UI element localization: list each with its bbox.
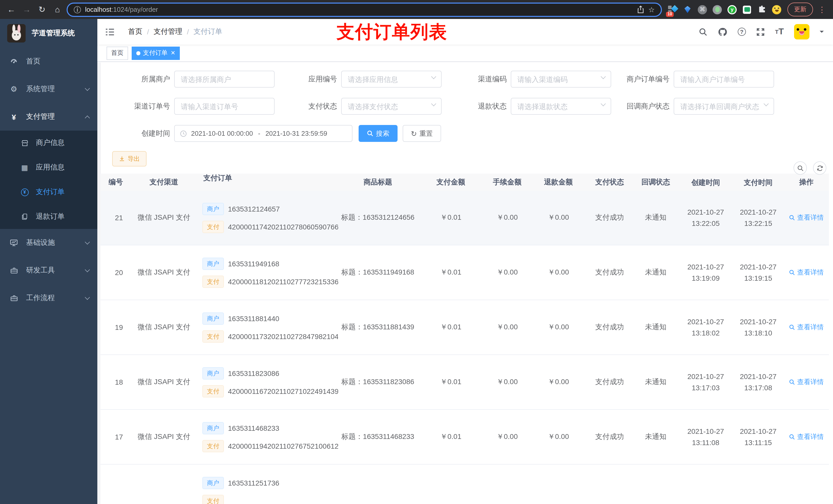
orders-table: 编号 支付渠道 支付订单 商品标题 支付金额 手续金额 退款金额 支付状态 回调…	[100, 174, 829, 504]
github-icon[interactable]	[718, 27, 728, 37]
view-detail-link[interactable]: 查看详情	[789, 213, 824, 222]
help-icon[interactable]: ?	[738, 28, 746, 36]
create-time-range-picker[interactable]: 2021-10-01 00:00:00 - 2021-10-31 23:59:5…	[174, 125, 353, 142]
filter-label: 渠道编码	[457, 74, 507, 84]
view-detail-link[interactable]: 查看详情	[789, 323, 824, 332]
merchant-order-no: 1635311468233	[228, 424, 279, 432]
yen-circle-icon: ¥	[20, 188, 30, 196]
order-id: 20	[100, 245, 125, 299]
channel-pay-no: 4200001173202110272847982104	[228, 332, 338, 340]
refund-status-select[interactable]	[511, 98, 611, 115]
table-row: 17 微信 JSAPI 支付 商户1635311468233 支付4200001…	[100, 410, 829, 464]
refund-amount: ￥0.00	[530, 245, 587, 299]
search-button[interactable]: 搜索	[359, 125, 398, 142]
pay-amount: ￥0.01	[418, 245, 484, 299]
order-numbers: 商户1635311881440 支付4200001173202110272847…	[203, 300, 338, 355]
sidebar-item-merchant-info[interactable]: 商户信息	[0, 130, 97, 155]
view-detail-link[interactable]: 查看详情	[789, 268, 824, 277]
extension-chat-icon[interactable]	[742, 5, 752, 14]
sidebar-item-refund-order[interactable]: 退款订单	[0, 205, 97, 229]
caret-down-icon[interactable]	[820, 31, 824, 35]
extension-command-icon[interactable]: ⌘	[698, 5, 707, 14]
sidebar-item-home[interactable]: 首页	[0, 48, 97, 75]
share-icon[interactable]	[638, 6, 644, 13]
briefcase-icon	[8, 267, 20, 274]
fullscreen-icon[interactable]	[756, 27, 765, 36]
extension-grid-icon[interactable]: 10	[668, 5, 677, 14]
tab-pay-order[interactable]: 支付订单 ✕	[132, 46, 180, 60]
table-row: 19 微信 JSAPI 支付 商户1635311881440 支付4200001…	[100, 300, 829, 355]
tab-home[interactable]: 首页	[106, 46, 128, 60]
download-icon	[119, 156, 125, 162]
extension-y-icon[interactable]: y	[728, 5, 737, 14]
sidebar-item-infrastructure[interactable]: 基础设施	[0, 229, 97, 257]
refresh-table-icon[interactable]	[813, 161, 826, 175]
product-title	[338, 464, 418, 504]
sidebar-item-system[interactable]: ⚙ 系统管理	[0, 75, 97, 103]
fee-amount: ￥0.00	[484, 355, 530, 409]
pay-amount: ￥0.01	[418, 355, 484, 409]
merchant-input[interactable]	[174, 71, 275, 88]
pay-badge: 支付	[203, 495, 224, 504]
channel-order-no-input[interactable]	[174, 98, 275, 115]
search-icon[interactable]	[699, 27, 708, 36]
filter-row-3: 创建时间 2021-10-01 00:00:00 - 2021-10-31 23…	[106, 125, 833, 142]
breadcrumb-home[interactable]: 首页	[128, 27, 142, 37]
address-bar[interactable]: i localhost:1024/pay/order ☆	[67, 2, 662, 17]
merchant-badge: 商户	[203, 312, 224, 325]
user-avatar[interactable]	[794, 24, 809, 40]
bookmark-star-icon[interactable]: ☆	[648, 5, 655, 14]
view-detail-link[interactable]: 查看详情	[789, 432, 824, 441]
notify-status: 未通知	[633, 355, 679, 409]
pay-status-select[interactable]	[341, 98, 442, 115]
chevron-down-icon	[85, 267, 90, 272]
table-row: 18 微信 JSAPI 支付 商户1635311823086 支付4200001…	[100, 355, 829, 410]
pay-time	[733, 464, 784, 504]
refund-amount: ￥0.00	[530, 191, 587, 245]
chevron-down-icon	[85, 86, 90, 91]
merchant-order-no-input[interactable]	[674, 71, 774, 88]
pay-time: 2021-10-2713:18:10	[733, 300, 784, 355]
home-icon[interactable]: ⌂	[51, 3, 64, 16]
export-button[interactable]: 导出	[112, 151, 146, 166]
search-icon	[789, 269, 795, 275]
sidebar-item-pay-order[interactable]: ¥ 支付订单	[0, 180, 97, 205]
shop-icon	[20, 139, 30, 147]
extension-badge: 10	[666, 11, 674, 17]
show-search-icon[interactable]	[793, 161, 807, 175]
sidebar-item-dev-tools[interactable]: 研发工具	[0, 257, 97, 284]
browser-menu-icon[interactable]: ⋮	[816, 5, 828, 14]
channel-code-select[interactable]	[511, 71, 611, 88]
sidebar-item-workflow[interactable]: 工作流程	[0, 284, 97, 312]
extension-emoji-icon[interactable]	[772, 5, 781, 14]
close-tab-icon[interactable]: ✕	[171, 50, 175, 56]
pay-status	[587, 464, 633, 504]
reset-button[interactable]: ↻ 重置	[403, 125, 441, 142]
browser-update-button[interactable]: 更新	[787, 3, 813, 16]
back-icon[interactable]: ←	[5, 3, 18, 16]
view-detail-link[interactable]: 查看详情	[789, 378, 824, 387]
table-row: 商户1635311251736 支付	[100, 464, 829, 504]
app-select[interactable]	[341, 71, 442, 88]
pay-badge: 支付	[203, 440, 224, 452]
pay-amount: ￥0.01	[418, 410, 484, 464]
forward-icon[interactable]: →	[21, 3, 33, 16]
reload-icon[interactable]: ↻	[36, 3, 48, 16]
notify-status-select[interactable]	[674, 98, 774, 115]
breadcrumb-payment[interactable]: 支付管理	[154, 27, 182, 37]
merchant-order-no: 1635312124657	[228, 205, 280, 213]
app-logo[interactable]: 芋道管理系统	[0, 19, 97, 48]
site-info-icon[interactable]: i	[74, 6, 81, 13]
extensions-puzzle-icon[interactable]	[757, 5, 766, 14]
extensions-row: 10 ⌘ y	[668, 5, 781, 14]
sidebar-item-payment[interactable]: ¥ 支付管理	[0, 103, 97, 130]
product-title: 标题：1635312124656	[338, 191, 418, 245]
clock-icon	[180, 130, 187, 137]
sidebar-item-app-info[interactable]: ▦ 应用信息	[0, 155, 97, 180]
collapse-sidebar-icon[interactable]	[105, 27, 115, 36]
url-text: localhost:1024/pay/order	[85, 6, 634, 13]
font-size-icon[interactable]: TT	[775, 27, 784, 37]
extension-dot-icon[interactable]	[713, 5, 722, 14]
channel-pay-no: 4200001181202110277723215336	[228, 278, 338, 286]
extension-pin-icon[interactable]	[683, 5, 692, 14]
